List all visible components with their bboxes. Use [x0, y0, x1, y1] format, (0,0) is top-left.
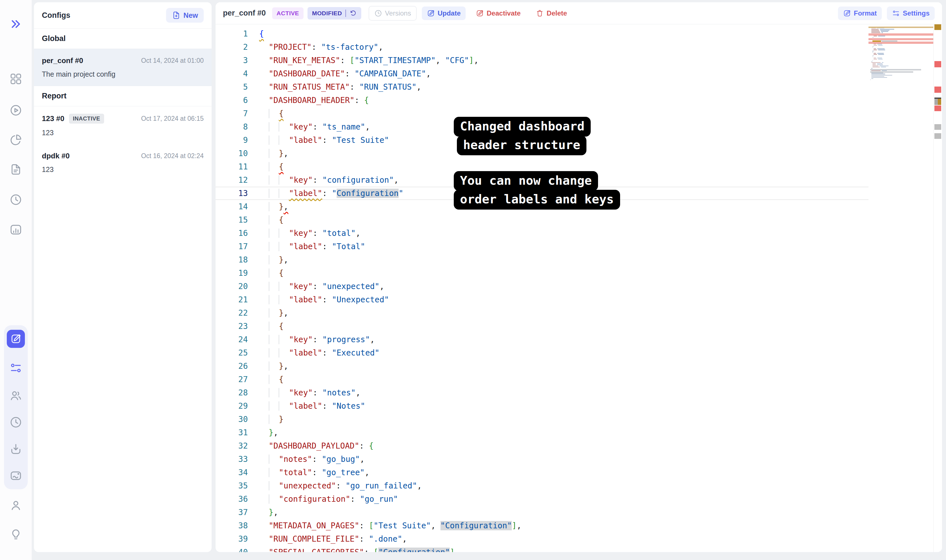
minimap-line: [871, 74, 885, 74]
minimap-line: [880, 29, 894, 29]
minimap-decoration: [870, 69, 921, 71]
config-list-item[interactable]: 123 #0INACTIVE Oct 17, 2024 at 06:15 123: [34, 106, 212, 144]
minimap-decoration: [869, 42, 933, 44]
minimap-decoration: [869, 33, 933, 35]
deactivate-button[interactable]: Deactivate: [471, 6, 526, 20]
history-clock-icon[interactable]: [9, 193, 22, 206]
edit-config-icon[interactable]: [7, 330, 25, 348]
settings-label: Settings: [903, 9, 930, 17]
line-number: 32: [215, 439, 248, 452]
section-header-report: Report: [34, 86, 212, 106]
play-circle-icon[interactable]: [9, 104, 22, 117]
line-number: 33: [215, 452, 248, 466]
configs-panel: Configs New Global per_conf #0 Oct 14, 2…: [34, 2, 212, 552]
icon-rail: [0, 0, 32, 560]
config-item-description: 123: [42, 129, 204, 137]
code-line: 25 "label": "Executed": [215, 346, 869, 360]
config-list-item[interactable]: per_conf #0 Oct 14, 2024 at 01:00 The ma…: [34, 49, 212, 86]
code-line: 28 "key": "notes",: [215, 386, 869, 399]
line-number: 28: [215, 386, 248, 399]
minimap-line: [872, 46, 874, 47]
minimap-line: [871, 61, 872, 62]
line-number: 22: [215, 306, 248, 320]
minimap-decoration: [882, 40, 897, 42]
code-line: 15 {: [215, 213, 869, 226]
ruler-mark: [934, 124, 941, 130]
code-line: 5 "RUN_STATUS_META": "RUN_STATUS",: [215, 80, 869, 94]
line-number: 35: [215, 479, 248, 492]
annotation-callout: You can now changeorder labels and keys: [454, 172, 595, 209]
line-number: 17: [215, 240, 248, 253]
overview-ruler-scrollbar[interactable]: [934, 24, 942, 552]
import-icon[interactable]: [9, 443, 22, 455]
config-item-name: dpdk #0: [42, 152, 69, 160]
minimap-line: [877, 48, 884, 49]
sliders-icon[interactable]: [9, 362, 22, 374]
minimap-line: [870, 80, 871, 80]
line-number: 23: [215, 320, 248, 333]
line-number: 40: [215, 546, 248, 552]
minimap-line: [881, 31, 888, 32]
minimap-line: [872, 55, 874, 56]
config-item-description: The main project config: [42, 70, 204, 78]
format-label: Format: [854, 9, 877, 17]
apps-grid-icon[interactable]: [9, 72, 22, 85]
edit-icon: [427, 9, 435, 17]
minimap-line: [874, 58, 876, 58]
annotation-callout: Changed dashboardheader structure: [454, 118, 589, 155]
delete-button[interactable]: Delete: [531, 6, 572, 20]
config-item-row: per_conf #0 Oct 14, 2024 at 01:00: [42, 56, 204, 65]
new-config-button[interactable]: New: [166, 8, 204, 23]
code-line: 30 }: [215, 413, 869, 426]
code-line: 32 "DASHBOARD_PAYLOAD": {: [215, 439, 869, 452]
line-number: 9: [215, 134, 248, 147]
report-chart-icon[interactable]: [9, 469, 22, 482]
file-plus-icon: [172, 11, 181, 20]
new-config-label: New: [184, 11, 198, 20]
profile-icon[interactable]: [9, 499, 22, 512]
editor-toolbar: per_conf #0 ACTIVE MODIFIED Versions Upd…: [215, 2, 942, 24]
help-bulb-icon[interactable]: [9, 528, 22, 541]
line-number: 16: [215, 226, 248, 240]
callout-line: You can now change: [454, 171, 598, 191]
minimap-decoration: [869, 26, 933, 28]
minimap-line: [874, 49, 877, 50]
update-button[interactable]: Update: [422, 6, 466, 20]
collapse-sidebar-icon[interactable]: [9, 17, 22, 31]
config-item-name: 123 #0: [42, 114, 65, 123]
trash-icon: [536, 9, 544, 17]
line-number: 19: [215, 266, 248, 280]
pie-chart-icon[interactable]: [9, 134, 22, 146]
minimap-line: [878, 59, 883, 59]
minimap-line: [871, 76, 884, 77]
line-number: 34: [215, 466, 248, 479]
code-line: 34 "total": "go_tree",: [215, 466, 869, 479]
minimap-decoration: [870, 71, 913, 73]
minimap-line: [871, 68, 872, 68]
document-icon[interactable]: [9, 163, 22, 176]
versions-button[interactable]: Versions: [369, 6, 417, 21]
minimap-line: [874, 54, 877, 55]
minimap-line: [872, 37, 874, 38]
line-number: 30: [215, 413, 248, 426]
config-list-item[interactable]: dpdk #0 Oct 16, 2024 at 02:24 123: [34, 144, 212, 181]
minimap-line: [871, 32, 880, 33]
users-icon[interactable]: [9, 389, 22, 402]
revert-icon[interactable]: [349, 9, 357, 17]
ruler-mark: [934, 61, 941, 67]
format-button[interactable]: Format: [838, 6, 882, 20]
recent-clock-icon[interactable]: [9, 416, 22, 429]
bar-chart-icon[interactable]: [9, 223, 22, 236]
code-line: 36 "configuration": "go_run": [215, 492, 869, 506]
settings-button[interactable]: Settings: [887, 6, 935, 20]
code-line: 24 "key": "progress",: [215, 333, 869, 346]
line-number: 10: [215, 147, 248, 160]
minimap[interactable]: [869, 24, 934, 552]
minimap-decoration: [872, 40, 881, 42]
code-line: 16 "key": "total",: [215, 226, 869, 240]
minimap-line: [871, 62, 881, 63]
minimap-line: [877, 53, 884, 54]
section-header-global: Global: [34, 29, 212, 49]
json-code-editor[interactable]: 1{2 "PROJECT": "ts-factory",3 "RUN_KEY_M…: [215, 24, 942, 552]
minimap-line: [877, 63, 882, 64]
